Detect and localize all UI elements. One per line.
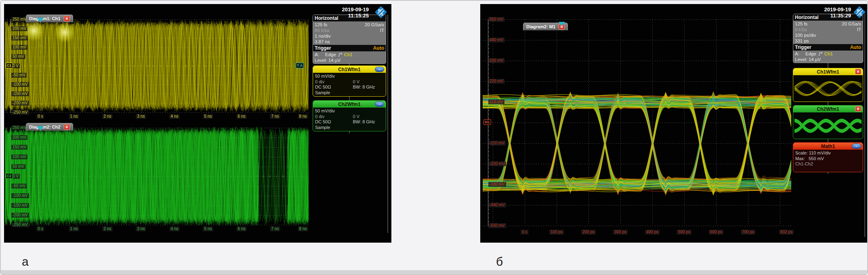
horizontal-trigger-panel[interactable]: Horizontal 125 fs20 GSa/s 80 kSaIT 1 ns/… [313,15,386,64]
trigger-position-icon[interactable] [37,126,44,131]
axis-label: 6 ns [237,226,247,231]
acq-time-value: 331 ps [795,38,809,44]
datetime: 2019-09-19 11:15:25 [342,6,369,19]
diagram2-ch2-plot[interactable]: Diagram2: Ch2 × C2 250 mV200 mV150 mV100… [5,122,309,235]
signal-box-math1[interactable]: Math1 – Scale: 110 mV/div Max: 550 mV Ch… [793,142,863,172]
caption-a: а [22,255,29,269]
axis-label: 8 ns [298,114,308,119]
rohde-schwarz-logo-icon: R S [374,6,387,19]
ch1-thumbnail-canvas [794,76,862,101]
close-icon[interactable]: × [64,16,70,21]
decimation-mode: Sample [315,125,384,131]
axis-label: -50 mV [11,73,27,78]
trigger-source-label: A: [795,51,804,57]
signal-box-ch1wfm1[interactable]: Ch1Wfm1 – 50 mV/div 0 div0 V DC 50ΩBW: 8… [313,66,386,97]
axis-label: 4 ns [170,226,180,231]
axis-label: 832 ps [779,230,794,235]
position: 0 div [315,114,353,120]
axis-label: 250 mV [11,17,27,22]
axis-label: 8 ns [298,226,308,231]
trigger-mode-badge: Auto [850,44,861,51]
signal-title: Math1 [821,144,835,149]
axis-label: -220 mV [488,161,506,166]
coupling: DC 50Ω [315,119,353,125]
horizontal-trigger-panel[interactable]: Horizontal 125 fs20 GSa/s 8 kSaIT 100 ps… [793,14,863,63]
axis-label: -550 mV [488,223,506,228]
oscilloscope-screenshot-a: 2019-09-19 11:15:25 R S Diagram1: Ch1 × … [4,4,391,243]
signal-title: Ch1Wfm1 [338,67,360,72]
close-icon[interactable]: × [855,106,861,112]
trigger-type: Edge [325,52,336,57]
tab-diagram2-ch2[interactable]: Diagram2: Ch2 × [26,123,73,131]
signal-box-ch1wfm1[interactable]: Ch1Wfm1 × [793,68,863,102]
tab-label: Diagram2: Ch2 [29,125,61,129]
axis-label: -330 mV [488,182,506,187]
trigger-title: Trigger [315,45,331,51]
oscilloscope-screenshot-b: 2019-09-19 11:35:29 R S Diagram2: M1 × M… [480,4,867,243]
signal-box-ch2wfm1[interactable]: Ch2Wfm1 – 50 mV/div 0 div0 V DC 50ΩBW: 8… [313,100,386,131]
bottom-strip [1,270,867,274]
trigger-level-marker-ta[interactable]: T A [296,63,304,68]
axis-label: 500 ps [677,230,691,235]
axis-label: 250 mV [11,125,27,130]
caption-b: б [496,255,503,269]
sample-rate-value: 20 GSa/s [365,22,384,28]
trigger-type: Edge [805,51,816,57]
axis-label: 440 mV [488,38,504,42]
record-length-value: 8 kSa [795,27,807,32]
time-label: 11:15:25 [342,13,369,19]
math-marker-m1[interactable]: M1 [483,119,491,125]
axis-label: 150 mV [11,36,27,40]
vertical-scale: 50 mV/div [315,74,384,79]
axis-label: 700 ps [741,230,755,235]
tab-diagram1-ch1[interactable]: Diagram1: Ch1 × [26,15,73,22]
axis-label: -100 mV [11,82,29,87]
axis-label: 400 ps [645,230,660,235]
axis-label: 0 s [521,230,528,235]
date-label: 2019-09-19 [824,6,851,13]
svg-text:S: S [860,13,862,17]
trigger-position-icon[interactable] [559,22,565,26]
axis-label: 600 ps [709,230,723,235]
axis-label: -250 mV [11,110,29,115]
trigger-source-label: A: [315,52,324,57]
close-icon[interactable]: × [855,69,861,74]
axis-label: 0 s [36,114,44,119]
axis-label: -150 mV [11,91,29,96]
axis-label: 3 ns [136,114,146,119]
axis-label: 5 ns [203,226,213,231]
axis-label: 0 s [36,226,44,231]
signal-box-ch2wfm1[interactable]: Ch2Wfm1 × [793,105,863,139]
axis-label: 4 ns [170,114,180,119]
axis-label: 7 ns [270,114,280,119]
date-label: 2019-09-19 [342,6,369,13]
trigger-position-icon[interactable] [37,18,44,22]
axis-label: -100 mV [11,193,29,198]
axis-label: 550 mV [488,17,504,22]
minimize-icon[interactable]: – [375,102,384,107]
timebase-value: 100 ps/div [795,32,816,38]
signal-title: Ch2Wfm1 [338,102,360,107]
ch1-waveform-canvas [5,14,309,122]
close-icon[interactable]: × [64,124,70,130]
minimize-icon[interactable]: – [852,144,861,149]
diagram2-m1-plot[interactable]: Diagram2: M1 × M1 550 mV440 mV330 mV220 … [483,12,791,237]
axis-label: 100 mV [11,154,27,159]
position: 0 div [315,79,353,85]
ch2-waveform-canvas [5,122,309,234]
minimize-icon[interactable]: – [375,67,384,72]
axis-label: 2 ns [103,226,113,231]
channel-marker-c1[interactable]: C1 [6,63,13,68]
diagram1-ch1-plot[interactable]: Diagram1: Ch1 × C1 T A 250 mV200 mV150 m… [5,14,309,122]
acq-time-value: 3.87 ns [315,39,330,44]
edge-trigger-icon [818,51,823,56]
horizontal-title: Horizontal [795,14,819,21]
vertical-scale: 50 mV/div [315,108,384,114]
panel-divider [387,15,388,233]
sample-rate-value: 20 GSa/s [842,21,861,27]
bandwidth: BW: 8 GHz [353,85,384,90]
channel-marker-c2[interactable]: C2 [6,173,13,179]
axis-label: 1 ns [69,114,79,119]
axis-label: 200 mV [11,26,27,31]
math-expression: Ch1-Ch2 [795,161,861,167]
